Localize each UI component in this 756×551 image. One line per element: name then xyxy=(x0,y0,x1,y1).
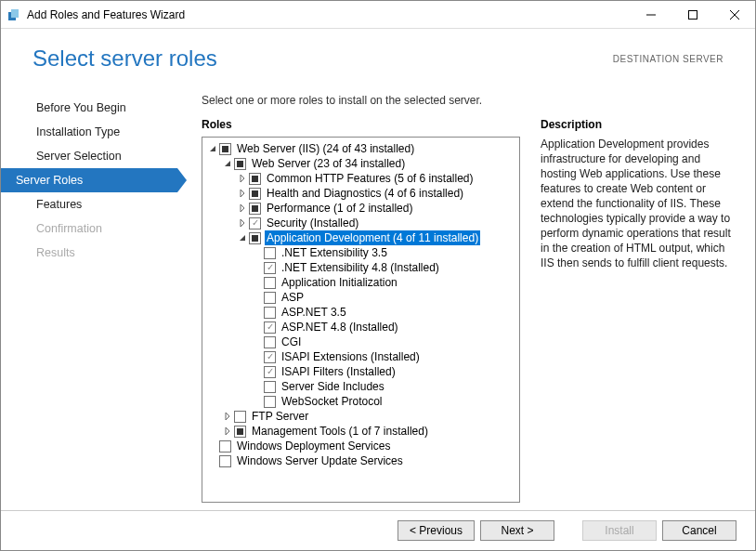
tree-item-label[interactable]: Security (Installed) xyxy=(265,216,360,230)
nav-item-server-roles[interactable]: Server Roles xyxy=(1,168,177,192)
tree-item-label[interactable]: Performance (1 of 2 installed) xyxy=(265,201,414,216)
checkbox[interactable] xyxy=(264,336,276,348)
tree-item-label[interactable]: .NET Extensibility 4.8 (Installed) xyxy=(280,260,441,275)
expand-arrow-down-icon[interactable] xyxy=(206,142,219,155)
checkbox[interactable] xyxy=(264,396,276,408)
expand-arrow-right-icon[interactable] xyxy=(221,410,234,423)
install-button[interactable]: Install xyxy=(582,520,657,541)
tree-row[interactable]: Windows Deployment Services xyxy=(202,439,519,453)
tree-row[interactable]: Application Development (4 of 11 install… xyxy=(202,230,519,245)
checkbox[interactable] xyxy=(234,426,246,438)
tree-item-label[interactable]: .NET Extensibility 3.5 xyxy=(280,245,389,260)
nav-item-features[interactable]: Features xyxy=(1,192,177,216)
tree-item-label[interactable]: Web Server (23 of 34 installed) xyxy=(250,156,407,171)
checkbox[interactable] xyxy=(264,307,276,319)
tree-item-label[interactable]: CGI xyxy=(280,335,303,349)
checkbox[interactable] xyxy=(249,188,261,200)
tree-row[interactable]: Windows Server Update Services xyxy=(202,453,519,468)
expand-arrow-right-icon[interactable] xyxy=(236,202,249,215)
checkbox[interactable] xyxy=(234,411,246,423)
checkbox[interactable] xyxy=(249,203,261,215)
tree-item-label[interactable]: Application Development (4 of 11 install… xyxy=(265,230,480,245)
checkbox[interactable] xyxy=(264,247,276,259)
tree-row[interactable]: ASP.NET 4.8 (Installed) xyxy=(202,320,519,335)
tree-row[interactable]: .NET Extensibility 3.5 xyxy=(202,245,519,260)
tree-item-label[interactable]: Windows Deployment Services xyxy=(235,439,392,453)
tree-row[interactable]: CGI xyxy=(202,335,519,349)
next-button[interactable]: Next > xyxy=(480,520,554,541)
arrow-placeholder xyxy=(251,276,264,289)
titlebar: Add Roles and Features Wizard xyxy=(1,1,755,29)
tree-item-label[interactable]: Windows Server Update Services xyxy=(235,453,405,468)
footer: < Previous Next > Install Cancel xyxy=(1,510,755,550)
svg-rect-3 xyxy=(688,10,697,19)
checkbox[interactable] xyxy=(264,351,276,363)
tree-item-label[interactable]: FTP Server xyxy=(250,409,310,424)
checkbox[interactable] xyxy=(234,158,246,170)
checkbox[interactable] xyxy=(219,440,231,453)
checkbox[interactable] xyxy=(264,292,276,304)
expand-arrow-right-icon[interactable] xyxy=(236,187,249,200)
tree-row[interactable]: ASP.NET 3.5 xyxy=(202,305,519,320)
tree-row[interactable]: Performance (1 of 2 installed) xyxy=(202,201,519,216)
checkbox[interactable] xyxy=(249,173,261,185)
checkbox[interactable] xyxy=(264,321,276,334)
tree-row[interactable]: Application Initialization xyxy=(202,275,519,290)
previous-button[interactable]: < Previous xyxy=(398,520,475,541)
tree-row[interactable]: Web Server (IIS) (24 of 43 installed) xyxy=(202,141,519,156)
expand-arrow-down-icon[interactable] xyxy=(236,231,249,244)
tree-item-label[interactable]: Common HTTP Features (5 of 6 installed) xyxy=(265,171,476,186)
expand-arrow-right-icon[interactable] xyxy=(221,425,234,438)
nav-item-results: Results xyxy=(1,241,177,265)
minimize-button[interactable] xyxy=(630,1,671,28)
tree-item-label[interactable]: ISAPI Filters (Installed) xyxy=(280,364,398,379)
description-text: Application Development provides infrast… xyxy=(541,137,731,270)
tree-row[interactable]: Security (Installed) xyxy=(202,216,519,230)
checkbox[interactable] xyxy=(249,232,261,244)
nav-item-server-selection[interactable]: Server Selection xyxy=(1,144,177,168)
tree-row[interactable]: Health and Diagnostics (4 of 6 installed… xyxy=(202,186,519,201)
tree-item-label[interactable]: WebSocket Protocol xyxy=(280,394,385,409)
checkbox[interactable] xyxy=(264,262,276,274)
window-title: Add Roles and Features Wizard xyxy=(27,8,630,21)
tree-item-label[interactable]: Health and Diagnostics (4 of 6 installed… xyxy=(265,186,465,201)
tree-row[interactable]: FTP Server xyxy=(202,409,519,424)
roles-tree[interactable]: Web Server (IIS) (24 of 43 installed)Web… xyxy=(202,137,520,503)
tree-item-label[interactable]: ASP.NET 4.8 (Installed) xyxy=(280,320,400,335)
nav-item-before-you-begin[interactable]: Before You Begin xyxy=(1,96,177,120)
checkbox[interactable] xyxy=(264,277,276,289)
checkbox[interactable] xyxy=(264,366,276,378)
tree-row[interactable]: WebSocket Protocol xyxy=(202,394,519,409)
arrow-placeholder xyxy=(251,395,264,408)
nav-item-installation-type[interactable]: Installation Type xyxy=(1,120,177,144)
tree-row[interactable]: Management Tools (1 of 7 installed) xyxy=(202,424,519,439)
tree-item-label[interactable]: ISAPI Extensions (Installed) xyxy=(280,349,422,364)
svg-rect-1 xyxy=(11,9,19,18)
tree-item-label[interactable]: ASP xyxy=(280,290,306,305)
tree-row[interactable]: .NET Extensibility 4.8 (Installed) xyxy=(202,260,519,275)
checkbox[interactable] xyxy=(249,217,261,230)
tree-row[interactable]: ASP xyxy=(202,290,519,305)
maximize-button[interactable] xyxy=(671,1,713,28)
expand-arrow-down-icon[interactable] xyxy=(221,157,234,170)
tree-row[interactable]: ISAPI Extensions (Installed) xyxy=(202,349,519,364)
checkbox[interactable] xyxy=(219,143,231,155)
tree-item-label[interactable]: Management Tools (1 of 7 installed) xyxy=(250,424,430,439)
tree-row[interactable]: Server Side Includes xyxy=(202,379,519,394)
checkbox[interactable] xyxy=(219,455,231,467)
expand-arrow-right-icon[interactable] xyxy=(236,216,249,230)
tree-row[interactable]: ISAPI Filters (Installed) xyxy=(202,364,519,379)
tree-item-label[interactable]: Application Initialization xyxy=(280,275,399,290)
tree-row[interactable]: Common HTTP Features (5 of 6 installed) xyxy=(202,171,519,186)
tree-item-label[interactable]: ASP.NET 3.5 xyxy=(280,305,348,320)
tree-item-label[interactable]: Server Side Includes xyxy=(280,379,386,394)
arrow-placeholder xyxy=(251,380,264,393)
close-button[interactable] xyxy=(713,1,755,28)
expand-arrow-right-icon[interactable] xyxy=(236,172,249,185)
tree-row[interactable]: Web Server (23 of 34 installed) xyxy=(202,156,519,171)
roles-heading: Roles xyxy=(202,118,520,131)
checkbox[interactable] xyxy=(264,381,276,393)
cancel-button[interactable]: Cancel xyxy=(662,520,736,541)
tree-item-label[interactable]: Web Server (IIS) (24 of 43 installed) xyxy=(235,141,416,156)
app-icon xyxy=(7,7,21,22)
